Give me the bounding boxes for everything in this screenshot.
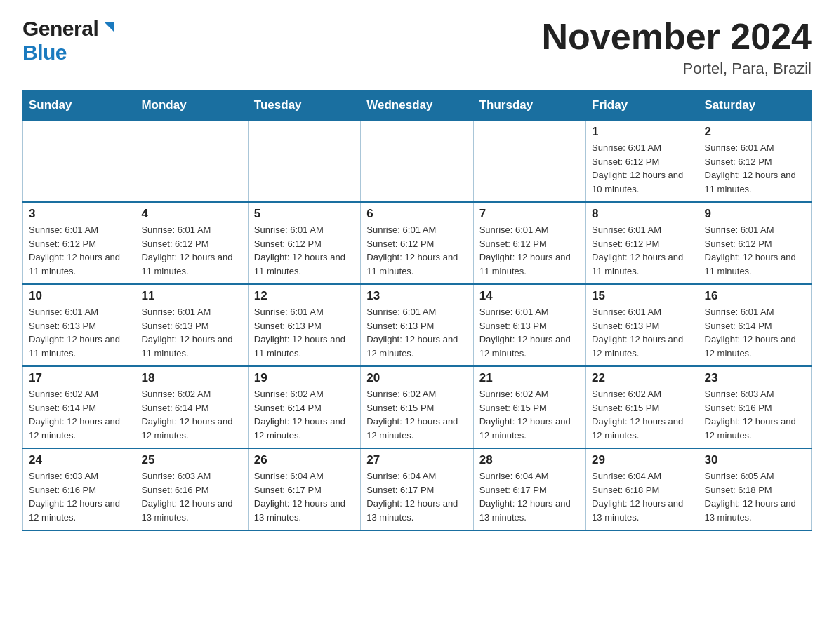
cell-week3-day3: 13Sunrise: 6:01 AMSunset: 6:13 PMDayligh…: [361, 284, 473, 366]
location-title: Portel, Para, Brazil: [542, 60, 812, 78]
cell-week5-day6: 30Sunrise: 6:05 AMSunset: 6:18 PMDayligh…: [699, 448, 811, 530]
day-number: 2: [705, 125, 805, 139]
day-info: Sunrise: 6:04 AMSunset: 6:17 PMDaylight:…: [479, 469, 580, 524]
calendar-table: Sunday Monday Tuesday Wednesday Thursday…: [22, 90, 812, 531]
day-info: Sunrise: 6:01 AMSunset: 6:13 PMDaylight:…: [141, 305, 241, 360]
header-wednesday: Wednesday: [361, 91, 473, 121]
cell-week4-day5: 22Sunrise: 6:02 AMSunset: 6:15 PMDayligh…: [586, 366, 699, 448]
day-number: 5: [254, 207, 355, 221]
title-block: November 2024 Portel, Para, Brazil: [542, 17, 812, 78]
day-info: Sunrise: 6:02 AMSunset: 6:14 PMDaylight:…: [141, 387, 241, 442]
day-number: 26: [254, 453, 355, 467]
day-number: 1: [592, 125, 692, 139]
day-info: Sunrise: 6:01 AMSunset: 6:13 PMDaylight:…: [29, 305, 129, 360]
day-number: 6: [366, 207, 467, 221]
day-info: Sunrise: 6:01 AMSunset: 6:13 PMDaylight:…: [366, 305, 467, 360]
day-number: 9: [705, 207, 805, 221]
cell-week1-day5: 1Sunrise: 6:01 AMSunset: 6:12 PMDaylight…: [586, 120, 699, 202]
day-info: Sunrise: 6:05 AMSunset: 6:18 PMDaylight:…: [705, 469, 805, 524]
cell-week5-day2: 26Sunrise: 6:04 AMSunset: 6:17 PMDayligh…: [248, 448, 360, 530]
cell-week2-day3: 6Sunrise: 6:01 AMSunset: 6:12 PMDaylight…: [361, 202, 473, 284]
cell-week2-day2: 5Sunrise: 6:01 AMSunset: 6:12 PMDaylight…: [248, 202, 360, 284]
day-number: 12: [254, 289, 355, 303]
day-number: 17: [29, 371, 129, 385]
logo-general-text: General: [22, 17, 98, 41]
cell-week4-day6: 23Sunrise: 6:03 AMSunset: 6:16 PMDayligh…: [699, 366, 811, 448]
day-number: 21: [479, 371, 580, 385]
header-saturday: Saturday: [699, 91, 811, 121]
day-number: 14: [479, 289, 580, 303]
day-info: Sunrise: 6:02 AMSunset: 6:14 PMDaylight:…: [29, 387, 129, 442]
day-info: Sunrise: 6:01 AMSunset: 6:12 PMDaylight:…: [29, 223, 129, 278]
cell-week2-day4: 7Sunrise: 6:01 AMSunset: 6:12 PMDaylight…: [473, 202, 585, 284]
week-row-3: 10Sunrise: 6:01 AMSunset: 6:13 PMDayligh…: [23, 284, 812, 366]
day-info: Sunrise: 6:04 AMSunset: 6:17 PMDaylight:…: [366, 469, 467, 524]
day-number: 28: [479, 453, 580, 467]
day-info: Sunrise: 6:01 AMSunset: 6:12 PMDaylight:…: [141, 223, 241, 278]
cell-week3-day0: 10Sunrise: 6:01 AMSunset: 6:13 PMDayligh…: [23, 284, 135, 366]
cell-week2-day5: 8Sunrise: 6:01 AMSunset: 6:12 PMDaylight…: [586, 202, 699, 284]
day-number: 10: [29, 289, 129, 303]
weekday-header-row: Sunday Monday Tuesday Wednesday Thursday…: [23, 91, 812, 121]
day-info: Sunrise: 6:01 AMSunset: 6:13 PMDaylight:…: [254, 305, 355, 360]
day-number: 19: [254, 371, 355, 385]
cell-week5-day5: 29Sunrise: 6:04 AMSunset: 6:18 PMDayligh…: [586, 448, 699, 530]
cell-week5-day3: 27Sunrise: 6:04 AMSunset: 6:17 PMDayligh…: [361, 448, 473, 530]
day-info: Sunrise: 6:03 AMSunset: 6:16 PMDaylight:…: [141, 469, 241, 524]
day-number: 29: [592, 453, 692, 467]
day-number: 8: [592, 207, 692, 221]
day-info: Sunrise: 6:01 AMSunset: 6:12 PMDaylight:…: [592, 223, 692, 278]
cell-week3-day5: 15Sunrise: 6:01 AMSunset: 6:13 PMDayligh…: [586, 284, 699, 366]
day-info: Sunrise: 6:04 AMSunset: 6:17 PMDaylight:…: [254, 469, 355, 524]
day-number: 16: [705, 289, 805, 303]
cell-week3-day4: 14Sunrise: 6:01 AMSunset: 6:13 PMDayligh…: [473, 284, 585, 366]
day-info: Sunrise: 6:02 AMSunset: 6:15 PMDaylight:…: [592, 387, 692, 442]
cell-week1-day2: [248, 120, 360, 202]
day-number: 15: [592, 289, 692, 303]
day-info: Sunrise: 6:01 AMSunset: 6:12 PMDaylight:…: [366, 223, 467, 278]
cell-week2-day0: 3Sunrise: 6:01 AMSunset: 6:12 PMDaylight…: [23, 202, 135, 284]
week-row-1: 1Sunrise: 6:01 AMSunset: 6:12 PMDaylight…: [23, 120, 812, 202]
day-number: 11: [141, 289, 241, 303]
header-sunday: Sunday: [23, 91, 135, 121]
cell-week3-day1: 11Sunrise: 6:01 AMSunset: 6:13 PMDayligh…: [135, 284, 248, 366]
day-info: Sunrise: 6:02 AMSunset: 6:15 PMDaylight:…: [479, 387, 580, 442]
cell-week1-day1: [135, 120, 248, 202]
cell-week5-day1: 25Sunrise: 6:03 AMSunset: 6:16 PMDayligh…: [135, 448, 248, 530]
header-friday: Friday: [586, 91, 699, 121]
day-number: 25: [141, 453, 241, 467]
cell-week2-day1: 4Sunrise: 6:01 AMSunset: 6:12 PMDaylight…: [135, 202, 248, 284]
cell-week1-day4: [473, 120, 585, 202]
day-number: 18: [141, 371, 241, 385]
cell-week1-day0: [23, 120, 135, 202]
svg-marker-0: [105, 22, 114, 32]
day-number: 3: [29, 207, 129, 221]
day-info: Sunrise: 6:02 AMSunset: 6:14 PMDaylight:…: [254, 387, 355, 442]
day-number: 24: [29, 453, 129, 467]
day-info: Sunrise: 6:04 AMSunset: 6:18 PMDaylight:…: [592, 469, 692, 524]
day-info: Sunrise: 6:01 AMSunset: 6:12 PMDaylight:…: [592, 141, 692, 196]
cell-week1-day3: [361, 120, 473, 202]
cell-week5-day4: 28Sunrise: 6:04 AMSunset: 6:17 PMDayligh…: [473, 448, 585, 530]
day-number: 7: [479, 207, 580, 221]
day-info: Sunrise: 6:01 AMSunset: 6:12 PMDaylight:…: [479, 223, 580, 278]
cell-week4-day2: 19Sunrise: 6:02 AMSunset: 6:14 PMDayligh…: [248, 366, 360, 448]
day-number: 23: [705, 371, 805, 385]
day-number: 13: [366, 289, 467, 303]
day-number: 30: [705, 453, 805, 467]
day-info: Sunrise: 6:03 AMSunset: 6:16 PMDaylight:…: [29, 469, 129, 524]
cell-week2-day6: 9Sunrise: 6:01 AMSunset: 6:12 PMDaylight…: [699, 202, 811, 284]
day-number: 4: [141, 207, 241, 221]
day-number: 27: [366, 453, 467, 467]
day-info: Sunrise: 6:01 AMSunset: 6:12 PMDaylight:…: [254, 223, 355, 278]
day-info: Sunrise: 6:03 AMSunset: 6:16 PMDaylight:…: [705, 387, 805, 442]
header-monday: Monday: [135, 91, 248, 121]
week-row-5: 24Sunrise: 6:03 AMSunset: 6:16 PMDayligh…: [23, 448, 812, 530]
week-row-4: 17Sunrise: 6:02 AMSunset: 6:14 PMDayligh…: [23, 366, 812, 448]
day-info: Sunrise: 6:01 AMSunset: 6:13 PMDaylight:…: [479, 305, 580, 360]
month-title: November 2024: [542, 17, 812, 57]
header-thursday: Thursday: [473, 91, 585, 121]
day-info: Sunrise: 6:02 AMSunset: 6:15 PMDaylight:…: [366, 387, 467, 442]
logo: General Blue: [22, 17, 116, 65]
header-tuesday: Tuesday: [248, 91, 360, 121]
